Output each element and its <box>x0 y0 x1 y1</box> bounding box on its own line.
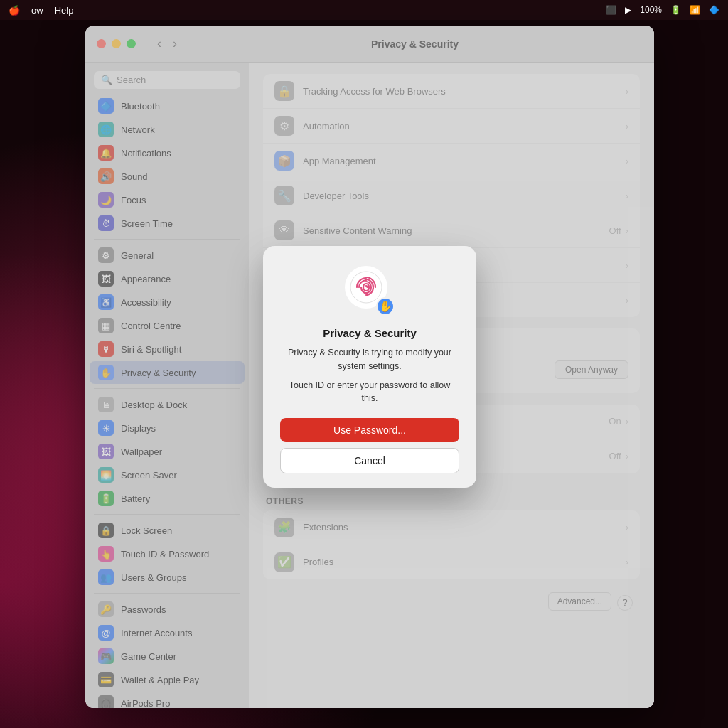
modal-overlay: ✋ Privacy & Security Privacy & Security … <box>85 26 654 708</box>
bluetooth-icon: 🔷 <box>709 5 719 15</box>
auth-dialog: ✋ Privacy & Security Privacy & Security … <box>263 246 476 488</box>
dialog-title: Privacy & Security <box>323 327 417 339</box>
help-menu[interactable]: Help <box>55 5 74 16</box>
hand-badge: ✋ <box>376 297 395 316</box>
use-password-button[interactable]: Use Password... <box>280 418 459 442</box>
cancel-button[interactable]: Cancel <box>280 448 459 473</box>
app-menu[interactable]: ow <box>31 5 43 16</box>
apple-menu[interactable]: 🍎 <box>9 5 20 16</box>
battery-icon: 🔋 <box>670 5 681 15</box>
play-icon: ▶ <box>625 5 631 15</box>
system-settings-window: ‹ › Privacy & Security 🔍 🔷 Bluetooth 🌐 N… <box>85 26 654 708</box>
screen-record-icon: ⬛ <box>606 5 616 15</box>
dialog-body2: Touch ID or enter your password to allow… <box>280 379 459 406</box>
dialog-body: Privacy & Security is trying to modify y… <box>280 346 459 373</box>
wifi-icon: 📶 <box>690 5 700 15</box>
menu-bar: 🍎 ow Help ⬛ ▶ 100% 🔋 📶 🔷 <box>0 0 728 20</box>
dialog-icon-area: ✋ <box>345 266 395 316</box>
svg-point-0 <box>350 272 382 303</box>
battery-text: 100% <box>640 5 662 15</box>
